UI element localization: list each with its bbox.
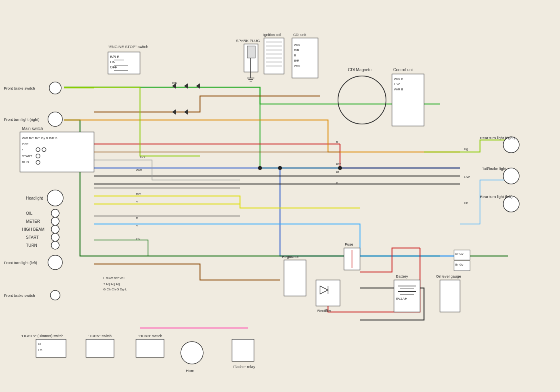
main-container: WIRING DIAGRAM Yamaha QT50 CDI MAGNETO L…	[0, 0, 560, 392]
svg-text:Ch: Ch	[464, 201, 468, 205]
svg-text:Fuse: Fuse	[345, 242, 353, 246]
svg-point-55	[51, 217, 59, 225]
svg-text:START: START	[22, 154, 32, 158]
svg-text:Rectifier: Rectifier	[317, 308, 331, 313]
svg-rect-93	[232, 339, 254, 361]
svg-text:L/W: L/W	[464, 175, 470, 179]
svg-text:Headlight: Headlight	[26, 196, 43, 200]
svg-text:OFF: OFF	[110, 65, 117, 69]
svg-text:"TURN" switch: "TURN" switch	[88, 334, 112, 338]
svg-text:Regurator: Regurator	[282, 254, 299, 259]
svg-text:START: START	[26, 235, 39, 240]
svg-text:METER: METER	[26, 219, 40, 224]
svg-text:Rear turn light (right): Rear turn light (right)	[480, 136, 515, 140]
svg-text:"HORN" switch: "HORN" switch	[138, 334, 162, 338]
svg-point-110	[338, 166, 342, 170]
svg-text:"LIGHTS" (Dimmer) switch: "LIGHTS" (Dimmer) switch	[21, 334, 63, 338]
svg-point-63	[48, 255, 62, 270]
svg-text:SPARK PLUG: SPARK PLUG	[236, 38, 260, 43]
svg-text:Br: Br	[336, 170, 339, 174]
svg-text:B: B	[336, 181, 338, 185]
svg-text:W/R B: W/R B	[394, 88, 403, 91]
svg-text:Y: Y	[136, 224, 138, 228]
svg-text:*: *	[22, 148, 23, 152]
svg-text:G/Y: G/Y	[140, 155, 146, 159]
svg-point-65	[50, 290, 60, 300]
svg-text:B: B	[136, 216, 138, 220]
svg-text:CDI unit: CDI unit	[293, 33, 306, 37]
svg-text:Dg: Dg	[464, 147, 468, 151]
svg-text:Front brake switch: Front brake switch	[4, 293, 35, 298]
svg-point-109	[278, 166, 282, 170]
svg-text:Tail/brake light: Tail/brake light	[482, 166, 506, 171]
svg-rect-73	[284, 260, 306, 296]
svg-text:CDI Magneto: CDI Magneto	[348, 68, 372, 72]
svg-point-108	[258, 166, 262, 170]
svg-text:Battery: Battery	[396, 274, 408, 278]
svg-text:B: B	[294, 54, 296, 57]
svg-text:B/R: B/R	[294, 59, 300, 62]
svg-rect-89	[440, 280, 460, 312]
svg-text:OFF: OFF	[22, 142, 28, 146]
svg-text:L    W: L W	[394, 82, 400, 86]
svg-point-57	[51, 225, 59, 233]
svg-text:TURN: TURN	[26, 243, 37, 248]
svg-text:W/R B: W/R B	[394, 77, 403, 81]
svg-text:LO: LO	[38, 348, 42, 352]
svg-point-53	[51, 209, 59, 217]
svg-text:B/Y: B/Y	[136, 192, 142, 196]
svg-text:OIL: OIL	[26, 211, 33, 216]
svg-rect-13	[264, 38, 284, 74]
svg-text:6V4AH: 6V4AH	[396, 297, 408, 301]
svg-text:Br   Gv: Br Gv	[455, 252, 463, 256]
svg-text:Front turn light (right): Front turn light (right)	[4, 117, 40, 122]
svg-text:B/R: B/R	[172, 81, 178, 85]
svg-text:"ENGINE STOP" switch: "ENGINE STOP" switch	[108, 44, 148, 49]
svg-text:Main switch: Main switch	[22, 126, 43, 131]
wiring-diagram-svg: B/R E ON OFF "ENGINE STOP" switch SPARK …	[0, 0, 560, 392]
svg-text:R: R	[336, 140, 338, 144]
svg-text:Ignition coil: Ignition coil	[263, 33, 281, 37]
svg-text:G  Ch  Ch  G  Dg-L: G Ch Ch G Dg-L	[103, 288, 127, 291]
svg-text:HI: HI	[38, 342, 41, 346]
svg-point-51	[47, 190, 63, 206]
svg-text:Y: Y	[136, 200, 138, 204]
svg-point-61	[51, 241, 59, 249]
svg-point-91	[181, 342, 203, 364]
svg-text:L  Br/W B/Y W  L: L Br/W B/Y W L	[103, 276, 126, 280]
svg-text:HIGH BEAM: HIGH BEAM	[22, 227, 44, 232]
svg-text:Horn: Horn	[186, 368, 194, 373]
svg-text:Oil level gauge: Oil level gauge	[436, 274, 461, 278]
svg-rect-82	[394, 280, 420, 312]
svg-text:Flasher relay: Flasher relay	[233, 364, 255, 369]
svg-text:ON: ON	[110, 60, 116, 64]
svg-text:Y  Dg  Dg     Dg: Y Dg Dg Dg	[103, 282, 120, 286]
svg-text:W/B: W/B	[136, 168, 142, 172]
svg-point-47	[49, 82, 61, 94]
svg-rect-101	[136, 339, 164, 357]
svg-text:W/B B/Y B/Y Gy  R  B/R  B: W/B B/Y B/Y Gy R B/R B	[22, 136, 58, 140]
svg-text:Front brake switch: Front brake switch	[4, 86, 35, 90]
svg-rect-99	[86, 339, 114, 357]
svg-rect-10	[247, 46, 255, 58]
svg-text:Front turn light (left): Front turn light (left)	[4, 260, 37, 265]
svg-text:B/Y: B/Y	[336, 162, 342, 166]
svg-point-59	[51, 233, 59, 241]
svg-text:W/R: W/R	[294, 64, 300, 68]
svg-text:B/R  E: B/R E	[110, 55, 120, 59]
svg-point-49	[48, 112, 62, 126]
svg-text:W/R: W/R	[294, 43, 300, 47]
svg-rect-31	[392, 74, 424, 126]
svg-text:Rear turn light (left): Rear turn light (left)	[480, 194, 512, 199]
svg-text:RUN: RUN	[22, 160, 29, 164]
svg-text:Br   Gv: Br Gv	[455, 263, 463, 266]
svg-text:Control unit: Control unit	[393, 68, 414, 72]
svg-text:B/R: B/R	[294, 48, 300, 52]
